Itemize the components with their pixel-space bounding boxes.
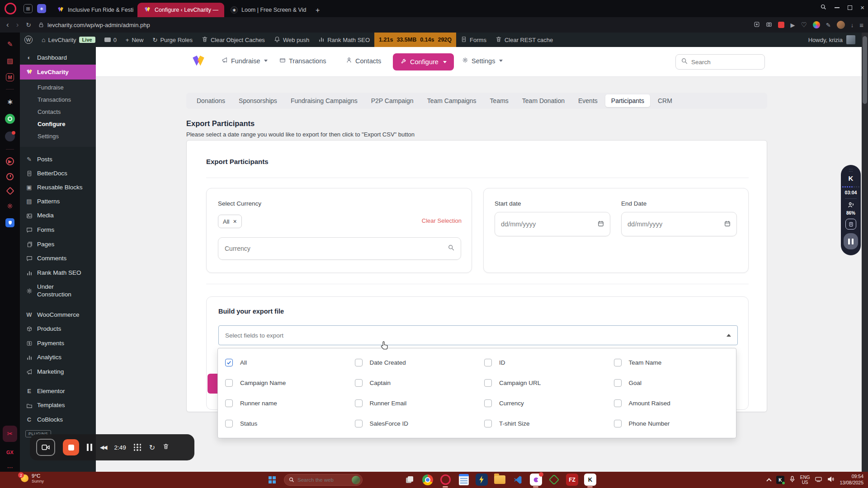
- pause-button[interactable]: [844, 233, 858, 249]
- nav-fundraise[interactable]: Fundraise: [222, 57, 268, 65]
- checkbox[interactable]: [614, 379, 622, 387]
- field-option-campaign-name[interactable]: Campaign Name: [218, 373, 348, 393]
- checkbox[interactable]: [484, 399, 492, 407]
- field-option-goal[interactable]: Goal: [607, 373, 736, 393]
- language-indicator[interactable]: ENGUS: [800, 475, 810, 485]
- whatsapp-icon[interactable]: [5, 114, 15, 124]
- checkbox[interactable]: [225, 420, 233, 427]
- sidebar-item-patterns[interactable]: ▤Patterns: [20, 194, 96, 208]
- clipping-tool-active-icon[interactable]: ✂: [3, 426, 17, 442]
- purge-roles-menu[interactable]: ↻Purge Roles: [148, 33, 197, 47]
- sidebar-item-reusable-blocks[interactable]: ▣Reusable Blocks: [20, 180, 96, 194]
- drag-handle-icon[interactable]: ⋯⋯: [849, 168, 853, 173]
- start-date-input[interactable]: dd/mm/yyyy: [495, 212, 610, 236]
- start-button[interactable]: [269, 476, 276, 483]
- sidebar-item-elementor[interactable]: EElementor: [20, 384, 96, 398]
- brush-icon[interactable]: ✎: [5, 40, 14, 49]
- browser-tab-3[interactable]: ∗ Loom | Free Screen & Vid: [224, 3, 311, 17]
- checkbox[interactable]: [484, 359, 492, 366]
- rewind-button[interactable]: ◀◀: [100, 444, 106, 450]
- web-push-menu[interactable]: Web push: [269, 33, 314, 47]
- field-option-campaign-url[interactable]: Campaign URL: [477, 373, 607, 393]
- sidebar-item-betterdocs[interactable]: BetterDocs: [20, 166, 96, 181]
- touch-keyboard-icon[interactable]: [815, 476, 822, 484]
- back-button[interactable]: ‹: [6, 20, 9, 29]
- query-monitor-badge[interactable]: 1.21s 33.5MB 0.14s 292Q: [374, 33, 456, 47]
- bitwarden-icon[interactable]: [5, 218, 14, 227]
- sidebar-item-coblocks[interactable]: CCoBlocks: [20, 413, 96, 427]
- weather-widget[interactable]: 2 9°C Sunny: [21, 473, 44, 483]
- scrollbar-thumb[interactable]: [863, 36, 867, 104]
- opera-taskbar-icon[interactable]: [439, 474, 452, 486]
- sidebar-item-payments[interactable]: Payments: [20, 336, 96, 350]
- field-option-all[interactable]: All: [218, 352, 348, 373]
- currency-chip-all[interactable]: All ×: [218, 215, 242, 228]
- rank-math-menu[interactable]: Rank Math SEO: [314, 33, 374, 47]
- tray-mic-icon[interactable]: [790, 476, 795, 484]
- checkbox[interactable]: [355, 359, 363, 366]
- gx-corner-icon[interactable]: GX: [6, 450, 14, 455]
- bookmark-heart-icon[interactable]: ♡: [801, 21, 807, 29]
- currency-search-input[interactable]: [225, 245, 448, 252]
- clock-widget[interactable]: 09:5413/08/2025: [840, 474, 863, 486]
- volume-icon[interactable]: [827, 476, 834, 484]
- cash-app-icon[interactable]: [548, 474, 560, 486]
- easy-setup-icon[interactable]: ✎: [826, 22, 831, 28]
- camera-button[interactable]: [36, 439, 55, 456]
- submenu-item-fundraise[interactable]: Fundraise: [20, 81, 96, 94]
- player-panel-icon[interactable]: ▶: [6, 157, 14, 165]
- submenu-item-transactions[interactable]: Transactions: [20, 94, 96, 106]
- tab-participants-active[interactable]: Participants: [605, 94, 650, 107]
- settings-gear-icon[interactable]: [5, 202, 14, 211]
- field-option-captain[interactable]: Captain: [348, 373, 477, 393]
- stop-record-button[interactable]: [63, 439, 79, 455]
- sidebar-item-media[interactable]: Media: [20, 208, 96, 223]
- sidebar-item-forms[interactable]: Forms: [20, 223, 96, 237]
- nav-configure-active[interactable]: Configure: [393, 53, 454, 70]
- more-icon[interactable]: ⋯: [5, 463, 14, 472]
- forms-menu[interactable]: Forms: [456, 33, 491, 47]
- tab-search-icon[interactable]: [821, 4, 826, 11]
- checkbox[interactable]: [614, 420, 622, 427]
- comments-menu[interactable]: 0: [100, 33, 121, 47]
- tab-events[interactable]: Events: [572, 94, 604, 107]
- field-option-salesforce-id[interactable]: SalesForce ID: [348, 413, 477, 434]
- notes-button[interactable]: [845, 219, 856, 230]
- field-option-status[interactable]: Status: [218, 413, 348, 434]
- sidebar-item-woocommerce[interactable]: WWooCommerce: [20, 308, 96, 322]
- levcharity-logo[interactable]: [191, 54, 206, 71]
- new-menu[interactable]: +New: [121, 33, 148, 47]
- tab-team-donation[interactable]: Team Donation: [516, 94, 571, 107]
- checkbox[interactable]: [484, 379, 492, 387]
- new-tab-button[interactable]: +: [316, 6, 320, 14]
- tray-expand-icon[interactable]: [766, 478, 771, 483]
- vscode-icon[interactable]: [512, 474, 524, 486]
- sidebar-item-templates[interactable]: Templates: [20, 398, 96, 413]
- close-button[interactable]: ×: [860, 4, 864, 11]
- chip-remove-icon[interactable]: ×: [233, 218, 236, 225]
- downloads-icon[interactable]: ↓: [851, 22, 854, 28]
- clipchamp-icon[interactable]: [530, 474, 542, 486]
- pause-record-button[interactable]: [87, 444, 92, 451]
- snapshot-panel-icon[interactable]: ▨: [5, 56, 14, 66]
- powertoys-icon[interactable]: [476, 474, 488, 486]
- tab-crm[interactable]: CRM: [652, 94, 678, 107]
- calendar-icon[interactable]: [724, 221, 731, 228]
- checkbox[interactable]: [355, 379, 363, 387]
- submenu-item-contacts[interactable]: Contacts: [20, 106, 96, 118]
- minimize-button[interactable]: [835, 7, 840, 8]
- clear-selection-link[interactable]: Clear Selection: [422, 217, 462, 224]
- filezilla-icon[interactable]: FZ: [566, 474, 578, 486]
- delete-record-icon[interactable]: [163, 443, 169, 451]
- submenu-item-configure-current[interactable]: Configure: [20, 118, 96, 130]
- chrome-icon[interactable]: [421, 474, 434, 486]
- nav-contacts[interactable]: Contacts: [346, 57, 381, 65]
- field-option-phone-number[interactable]: Phone Number: [607, 413, 736, 434]
- tray-krisp-icon[interactable]: K: [776, 476, 784, 484]
- snapshot-icon[interactable]: [766, 21, 772, 29]
- krisp-assistant-widget[interactable]: ⋯⋯ K 03:04 86%: [841, 165, 861, 255]
- file-explorer-icon[interactable]: [494, 474, 506, 486]
- field-option-team-name[interactable]: Team Name: [607, 352, 736, 373]
- end-date-input[interactable]: dd/mm/yyyy: [621, 212, 737, 236]
- tab-fundraising-campaigns[interactable]: Fundraising Campaigns: [285, 94, 363, 107]
